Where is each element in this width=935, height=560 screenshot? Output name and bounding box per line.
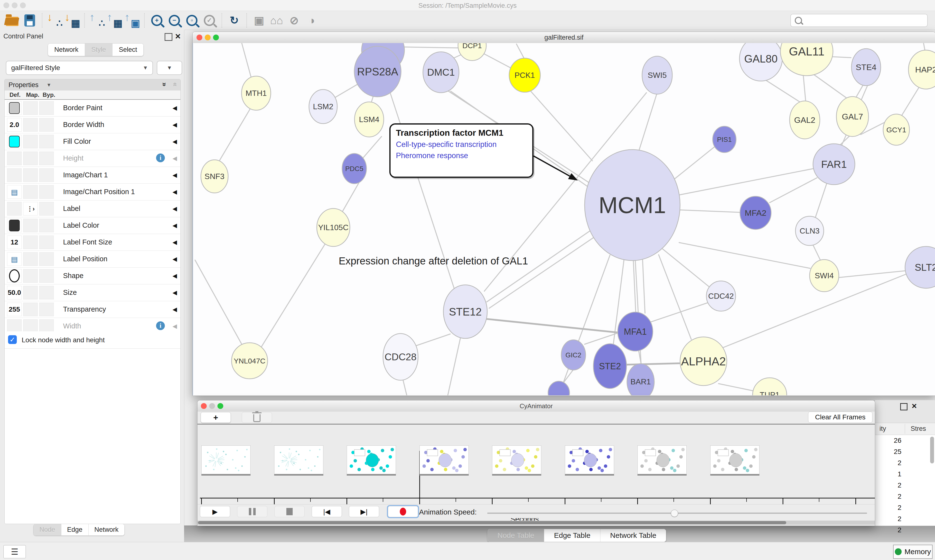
find-icon[interactable]: ⌂⌂ (268, 13, 285, 28)
annotation-link[interactable]: Cell-type-specific transcription (396, 140, 532, 149)
table-row[interactable]: 2 (875, 525, 901, 536)
float-panel-icon[interactable] (900, 403, 907, 411)
animation-frame[interactable] (420, 445, 469, 474)
network-node[interactable]: DMC1 (423, 52, 459, 93)
bypass-cell[interactable] (39, 252, 54, 266)
play-button[interactable]: ▶ (200, 506, 230, 517)
network-node[interactable]: PIS1 (713, 126, 736, 152)
mapping-cell[interactable] (23, 252, 38, 266)
default-value-cell[interactable] (7, 319, 22, 333)
network-node[interactable]: SWI5 (642, 56, 672, 94)
mapping-cell[interactable] (23, 269, 38, 283)
export-network-icon[interactable]: ↑∴ (88, 13, 106, 28)
mapping-cell[interactable] (23, 152, 38, 165)
network-node[interactable]: DCP1 (458, 43, 486, 61)
save-session-icon[interactable] (21, 13, 39, 28)
network-from-selection-icon[interactable]: ▣ (250, 13, 268, 28)
mapping-cell[interactable] (23, 168, 38, 182)
default-value-cell[interactable]: 2.0 (7, 118, 22, 132)
default-value-cell[interactable] (7, 135, 22, 148)
animation-frame[interactable] (637, 445, 687, 474)
style-options-button[interactable]: ▼ (157, 61, 182, 75)
network-node[interactable]: MCM1 (585, 149, 680, 260)
bypass-cell[interactable] (39, 219, 54, 232)
lock-size-checkbox[interactable]: ✓ (8, 335, 17, 344)
expand-property-icon[interactable]: ◀ (173, 323, 177, 330)
search-field[interactable] (790, 14, 928, 27)
export-table-icon[interactable]: ↑▦ (106, 13, 123, 28)
pause-button[interactable] (237, 506, 267, 517)
default-value-cell[interactable] (7, 202, 22, 215)
expand-property-icon[interactable]: ◀ (173, 306, 177, 313)
network-node[interactable]: GAL11 (781, 43, 833, 75)
mapping-cell[interactable]: ⋮› (23, 202, 38, 215)
mapping-cell[interactable] (23, 135, 38, 148)
animation-frame[interactable] (274, 445, 323, 474)
skip-to-end-button[interactable]: ▶| (349, 506, 379, 517)
tab-edge-table[interactable]: Edge Table (544, 529, 600, 542)
tab-node-style[interactable]: Node (34, 524, 61, 535)
network-node[interactable]: HAP2 (909, 50, 935, 89)
properties-header[interactable]: Properties ▼ » » (5, 79, 181, 91)
network-node[interactable]: GAL2 (790, 101, 820, 139)
network-node[interactable]: LSM2 (309, 89, 337, 123)
network-node[interactable]: CLN3 (796, 216, 824, 245)
mapping-cell[interactable] (23, 185, 38, 199)
mapping-cell[interactable] (23, 319, 38, 333)
stop-button[interactable] (275, 506, 305, 517)
default-value-cell[interactable] (7, 219, 22, 232)
expand-property-icon[interactable]: ◀ (173, 155, 177, 162)
import-network-icon[interactable]: ↓∴ (46, 13, 63, 28)
bypass-cell[interactable] (39, 118, 54, 132)
expand-property-icon[interactable]: ◀ (173, 256, 177, 263)
import-table-icon[interactable]: ↓▦ (63, 13, 81, 28)
network-node[interactable]: YIL105C (317, 208, 350, 246)
slider-thumb[interactable] (671, 510, 678, 517)
float-panel-icon[interactable] (165, 33, 173, 41)
hide-selected-icon[interactable]: ⊘ (285, 13, 303, 28)
tab-style[interactable]: Style (85, 43, 113, 56)
table-row[interactable]: 2 (875, 480, 901, 491)
contrast-icon[interactable]: ◑ (303, 13, 321, 28)
expand-property-icon[interactable]: ◀ (173, 272, 177, 279)
bypass-cell[interactable] (39, 101, 54, 115)
table-row[interactable]: 2 (875, 458, 901, 469)
info-icon[interactable]: i (156, 154, 165, 162)
tab-select[interactable]: Select (113, 43, 143, 56)
network-node[interactable]: STE4 (852, 49, 881, 86)
column-stress[interactable]: Stres (911, 425, 926, 432)
tab-network-table[interactable]: Network Table (600, 529, 666, 542)
network-node[interactable]: LSM4 (355, 102, 384, 137)
table-scrollbar[interactable] (930, 437, 934, 463)
default-value-cell[interactable] (7, 168, 22, 182)
animation-frame[interactable] (492, 445, 541, 474)
expand-property-icon[interactable]: ◀ (173, 189, 177, 195)
network-node[interactable]: PDC5 (342, 154, 366, 184)
network-node[interactable]: MTH1 (242, 76, 271, 110)
bypass-cell[interactable] (39, 152, 54, 165)
add-frame-button[interactable]: + (201, 412, 231, 423)
network-node[interactable]: STE12 (443, 285, 487, 338)
network-node[interactable]: TUP1 (753, 378, 787, 395)
mapping-cell[interactable] (23, 101, 38, 115)
column-centrality[interactable]: ity (879, 425, 886, 432)
memory-button[interactable]: Memory (893, 545, 933, 559)
annotation-callout[interactable]: Transcription factor MCM1 Cell-type-spec… (389, 123, 534, 178)
bypass-cell[interactable] (39, 319, 54, 333)
bypass-cell[interactable] (39, 269, 54, 283)
table-row[interactable]: 1 (875, 469, 901, 480)
bypass-cell[interactable] (39, 185, 54, 199)
bypass-cell[interactable] (39, 235, 54, 249)
default-value-cell[interactable]: 255 (7, 303, 22, 316)
expand-property-icon[interactable]: ◀ (173, 289, 177, 296)
animation-frame[interactable] (347, 445, 396, 474)
bypass-cell[interactable] (39, 202, 54, 215)
network-node[interactable]: GAL80 (739, 43, 782, 81)
default-value-cell[interactable] (7, 101, 22, 115)
collapse-all-icon[interactable]: » (170, 83, 179, 86)
tab-edge-style[interactable]: Edge (61, 524, 89, 535)
mapping-cell[interactable] (23, 219, 38, 232)
table-row[interactable]: 26 (875, 435, 901, 446)
network-node[interactable]: MFA2 (740, 196, 771, 229)
network-node[interactable]: STE2 (593, 344, 626, 389)
